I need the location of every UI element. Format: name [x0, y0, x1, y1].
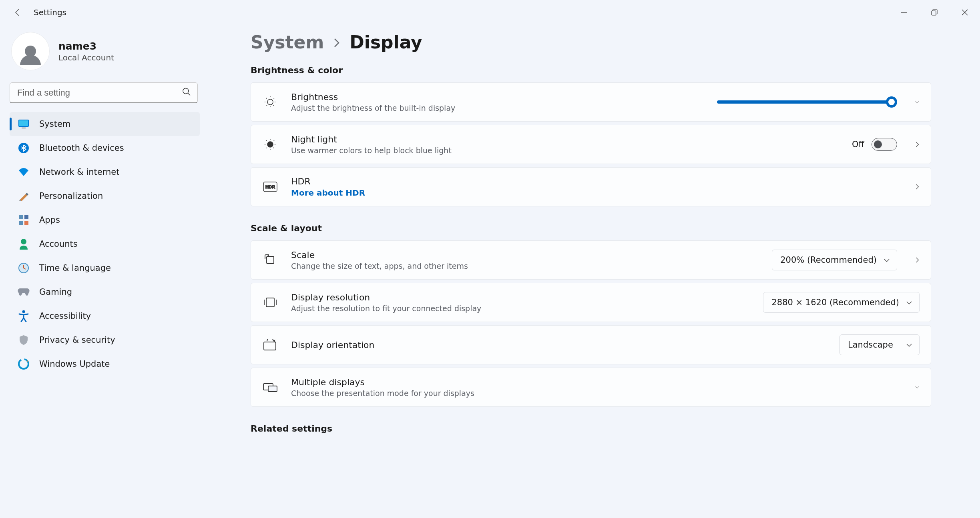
nav-label: Network & internet: [39, 167, 119, 177]
breadcrumb-parent[interactable]: System: [251, 32, 324, 52]
card-brightness[interactable]: Brightness Adjust the brightness of the …: [251, 82, 931, 122]
scale-dropdown[interactable]: 200% (Recommended): [772, 250, 897, 270]
titlebar: Settings: [0, 0, 980, 25]
card-subtitle: Adjust the brightness of the built-in di…: [291, 104, 455, 112]
search-icon[interactable]: [182, 87, 191, 99]
app-title: Settings: [34, 8, 66, 17]
open-button[interactable]: [910, 183, 920, 191]
section-title: Related settings: [251, 424, 931, 434]
back-button[interactable]: [8, 3, 27, 22]
nav-gaming[interactable]: Gaming: [10, 280, 200, 304]
account-header[interactable]: name3 Local Account: [10, 32, 191, 70]
card-subtitle: Adjust the resolution to fit your connec…: [291, 304, 481, 313]
nav-label: Time & language: [39, 263, 111, 273]
nav-system[interactable]: System: [10, 112, 200, 136]
svg-rect-0: [932, 11, 936, 15]
toggle-knob: [874, 140, 882, 148]
search-wrap: [10, 82, 198, 103]
expand-button[interactable]: [910, 384, 920, 390]
nav-label: Gaming: [39, 287, 72, 297]
card-orientation[interactable]: Display orientation Landscape: [251, 325, 931, 364]
hdr-icon: HDR: [262, 179, 278, 195]
hdr-more-link[interactable]: More about HDR: [291, 188, 365, 198]
privacy-icon: [18, 334, 30, 346]
search-input[interactable]: [10, 82, 198, 103]
orientation-icon: [262, 337, 278, 353]
accounts-icon: [18, 238, 30, 250]
nav-label: Personalization: [39, 191, 103, 201]
svg-point-15: [267, 142, 273, 147]
svg-rect-3: [19, 120, 28, 126]
multiple-displays-icon: [262, 379, 278, 395]
sidebar: name3 Local Account System Bluetooth & d…: [0, 25, 200, 518]
card-night-light[interactable]: Night light Use warmer colors to help bl…: [251, 125, 931, 164]
svg-rect-9: [24, 221, 28, 225]
nav-network[interactable]: Network & internet: [10, 160, 200, 184]
card-title: HDR: [291, 176, 365, 186]
brightness-icon: [262, 94, 278, 110]
orientation-dropdown[interactable]: Landscape: [839, 334, 920, 355]
dropdown-value: Landscape: [848, 340, 893, 350]
svg-rect-4: [22, 128, 26, 128]
section-related: Related settings: [251, 424, 931, 434]
resolution-dropdown[interactable]: 2880 × 1620 (Recommended): [763, 292, 920, 313]
update-icon: [18, 358, 30, 370]
svg-rect-6: [19, 215, 23, 219]
accessibility-icon: [18, 310, 30, 322]
nav-privacy[interactable]: Privacy & security: [10, 328, 200, 352]
maximize-button[interactable]: [919, 3, 950, 22]
nav-label: Accounts: [39, 239, 78, 249]
chevron-down-icon: [906, 298, 913, 307]
card-hdr[interactable]: HDR HDR More about HDR: [251, 167, 931, 206]
card-title: Brightness: [291, 92, 455, 102]
scale-icon: [262, 252, 278, 268]
nav-label: Apps: [39, 215, 60, 225]
svg-rect-8: [19, 221, 23, 225]
nav-label: Windows Update: [39, 359, 110, 369]
account-name: name3: [58, 40, 114, 52]
system-icon: [18, 118, 30, 130]
nav-label: Bluetooth & devices: [39, 143, 124, 153]
card-title: Display resolution: [291, 292, 481, 302]
card-title: Night light: [291, 134, 452, 144]
svg-point-1: [183, 88, 189, 94]
brightness-slider[interactable]: [717, 100, 893, 104]
nav-label: Privacy & security: [39, 335, 115, 345]
open-button[interactable]: [910, 140, 920, 148]
nav-accounts[interactable]: Accounts: [10, 232, 200, 256]
time-icon: [18, 262, 30, 274]
section-brightness-color: Brightness & color Brightness Adjust the…: [251, 65, 931, 206]
card-resolution[interactable]: Display resolution Adjust the resolution…: [251, 283, 931, 322]
svg-point-14: [267, 99, 273, 105]
section-title: Scale & layout: [251, 223, 931, 233]
svg-rect-18: [267, 256, 274, 264]
svg-rect-7: [24, 215, 28, 219]
nav-apps[interactable]: Apps: [10, 208, 200, 232]
card-subtitle: Change the size of text, apps, and other…: [291, 262, 468, 270]
nav-personalization[interactable]: Personalization: [10, 184, 200, 208]
open-button[interactable]: [910, 256, 920, 264]
nav-update[interactable]: Windows Update: [10, 352, 200, 376]
nav-label: System: [39, 119, 70, 129]
minimize-button[interactable]: [889, 3, 919, 22]
night-light-icon: [262, 136, 278, 152]
nav-accessibility[interactable]: Accessibility: [10, 304, 200, 328]
card-title: Scale: [291, 250, 468, 260]
night-light-toggle[interactable]: [872, 138, 897, 151]
slider-thumb[interactable]: [886, 96, 897, 108]
nav-bluetooth[interactable]: Bluetooth & devices: [10, 136, 200, 160]
account-type: Local Account: [58, 53, 114, 62]
close-button[interactable]: [950, 3, 980, 22]
nav-time[interactable]: Time & language: [10, 256, 200, 280]
chevron-down-icon: [883, 255, 890, 265]
svg-rect-22: [268, 386, 277, 392]
bluetooth-icon: [18, 142, 30, 154]
svg-rect-20: [264, 342, 276, 350]
card-subtitle: Choose the presentation mode for your di…: [291, 389, 474, 398]
expand-button[interactable]: [910, 99, 920, 105]
window-controls: [889, 3, 980, 22]
card-scale[interactable]: Scale Change the size of text, apps, and…: [251, 240, 931, 280]
nav-label: Accessibility: [39, 311, 91, 321]
toggle-state: Off: [852, 140, 864, 149]
card-multiple-displays[interactable]: Multiple displays Choose the presentatio…: [251, 368, 931, 407]
